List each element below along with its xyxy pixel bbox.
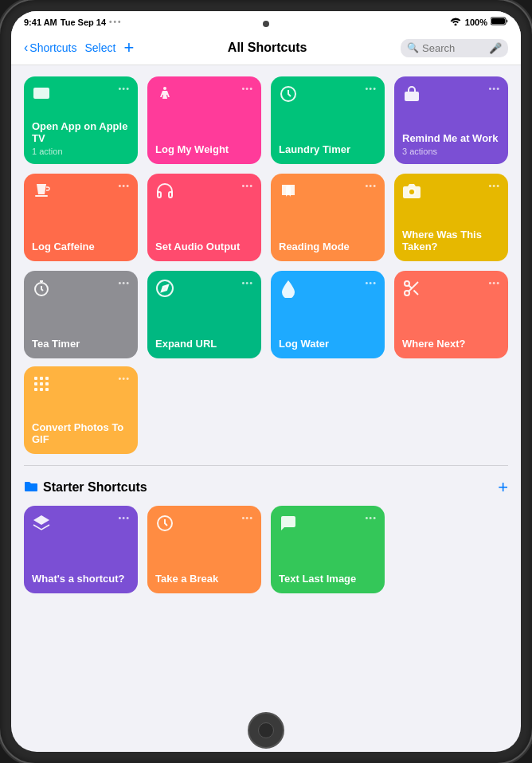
back-button[interactable]: ‹ Shortcuts: [24, 41, 76, 55]
mic-icon: 🎤: [489, 42, 502, 54]
card-title: Open App on Apple TV: [32, 120, 130, 145]
shortcut-card-where-was-this-taken[interactable]: Where Was This Taken?: [394, 174, 508, 261]
svg-line-14: [413, 290, 418, 295]
shortcut-card-take-a-break[interactable]: Take a Break: [147, 506, 261, 593]
svg-rect-6: [35, 195, 48, 197]
svg-rect-5: [405, 92, 419, 101]
shortcut-card-set-audio-output[interactable]: Set Audio Output: [147, 174, 261, 261]
svg-point-11: [405, 281, 409, 286]
tv-icon: [32, 84, 51, 108]
more-menu-icon[interactable]: [241, 514, 253, 522]
time: 9:41 AM: [24, 18, 57, 27]
svg-rect-17: [40, 377, 43, 380]
select-button[interactable]: Select: [84, 41, 115, 54]
shortcut-card-laundry-timer[interactable]: Laundry Timer: [271, 76, 385, 164]
home-button[interactable]: [248, 712, 284, 749]
nav-right: 🔍 🎤: [401, 39, 508, 57]
more-menu-icon[interactable]: [241, 84, 253, 93]
shortcut-card-log-caffeine[interactable]: Log Caffeine: [24, 174, 138, 261]
shortcut-card-whats-a-shortcut[interactable]: What's a shortcut?: [24, 506, 138, 593]
nav-bar: ‹ Shortcuts Select + All Shortcuts 🔍 🎤: [11, 31, 521, 65]
svg-marker-25: [33, 515, 49, 525]
shortcut-card-reading-mode[interactable]: Reading Mode: [271, 174, 385, 261]
svg-rect-23: [40, 388, 43, 391]
svg-rect-19: [34, 382, 37, 385]
more-menu-icon[interactable]: [118, 84, 130, 93]
more-menu-icon[interactable]: [118, 374, 130, 383]
more-menu-icon[interactable]: [365, 84, 377, 93]
nav-left: ‹ Shortcuts Select +: [24, 37, 134, 58]
page-title: All Shortcuts: [134, 41, 401, 55]
card-subtitle: 1 action: [32, 147, 130, 156]
card-title: Tea Timer: [32, 338, 130, 350]
figure-icon: [155, 84, 174, 108]
shortcut-card-open-app-apple-tv[interactable]: Open App on Apple TV 1 action: [24, 76, 138, 164]
screen: 9:41 AM Tue Sep 14 ••• 100% ‹ Shortcuts: [11, 11, 521, 752]
shortcut-card-remind-me-at-work[interactable]: Remind Me at Work 3 actions: [394, 76, 508, 164]
starter-section-header: Starter Shortcuts +: [24, 477, 508, 498]
card-title: Log Caffeine: [32, 241, 130, 253]
card-title: Convert Photos To GIF: [32, 421, 130, 446]
card-title: Where Was This Taken?: [402, 229, 500, 253]
card-title: Laundry Timer: [279, 143, 377, 156]
shortcut-card-where-next[interactable]: Where Next?: [394, 271, 508, 358]
more-menu-icon[interactable]: [118, 279, 130, 288]
add-button[interactable]: +: [123, 37, 134, 58]
shortcut-card-log-my-weight[interactable]: Log My Weight: [147, 76, 261, 164]
date: Tue Sep 14: [61, 18, 106, 27]
more-menu-icon[interactable]: [488, 182, 500, 190]
section-divider: [24, 465, 508, 466]
folder-icon: [24, 481, 38, 495]
more-menu-icon[interactable]: [488, 84, 500, 93]
layers-icon: [32, 514, 51, 538]
starter-add-button[interactable]: +: [498, 477, 508, 498]
svg-line-15: [409, 285, 412, 288]
timer-icon: [32, 279, 51, 303]
starter-title-label: Starter Shortcuts: [43, 480, 147, 495]
more-menu-icon[interactable]: [241, 279, 253, 288]
back-chevron-icon: ‹: [24, 41, 28, 55]
shortcut-card-convert-photos-gif[interactable]: Convert Photos To GIF: [24, 366, 138, 454]
starter-section-title: Starter Shortcuts: [24, 480, 147, 495]
svg-point-12: [405, 291, 409, 295]
scissors-icon: [402, 279, 421, 303]
card-title: Where Next?: [402, 338, 500, 350]
card-title: Reading Mode: [279, 241, 377, 253]
headphones-icon: [155, 182, 174, 205]
more-menu-icon[interactable]: [365, 514, 377, 522]
card-subtitle: 3 actions: [402, 147, 500, 156]
svg-rect-16: [34, 377, 37, 380]
svg-rect-22: [34, 388, 37, 391]
svg-marker-10: [162, 285, 168, 292]
book-icon: [279, 182, 298, 205]
svg-point-7: [409, 189, 415, 195]
shortcut-card-text-last-image[interactable]: Text Last Image: [271, 506, 385, 593]
back-label: Shortcuts: [29, 41, 76, 54]
svg-rect-20: [40, 382, 43, 385]
shortcut-card-log-water[interactable]: Log Water: [271, 271, 385, 358]
main-content: Open App on Apple TV 1 action Log My Wei…: [11, 65, 521, 752]
shortcut-card-expand-url[interactable]: Expand URL: [147, 271, 261, 358]
search-bar[interactable]: 🔍 🎤: [401, 39, 508, 57]
compass-icon: [155, 279, 174, 303]
card-title: Remind Me at Work: [402, 132, 500, 145]
more-menu-icon[interactable]: [118, 182, 130, 190]
shortcut-card-tea-timer[interactable]: Tea Timer: [24, 271, 138, 358]
more-menu-icon[interactable]: [241, 182, 253, 190]
more-menu-icon[interactable]: [488, 279, 500, 288]
more-menu-icon[interactable]: [118, 514, 130, 522]
status-right: 100%: [449, 16, 508, 28]
more-menu-icon[interactable]: [365, 279, 377, 288]
search-input[interactable]: [422, 42, 486, 54]
three-dots: •••: [109, 18, 123, 26]
card-title: Log My Weight: [155, 143, 253, 156]
starter-shortcuts-grid: What's a shortcut? Take a Break: [24, 506, 508, 593]
ipad-device: 9:41 AM Tue Sep 14 ••• 100% ‹ Shortcuts: [0, 0, 532, 763]
status-left: 9:41 AM Tue Sep 14 •••: [24, 18, 123, 27]
svg-rect-18: [45, 377, 49, 380]
card-title: What's a shortcut?: [32, 573, 130, 585]
svg-rect-1: [491, 18, 505, 24]
briefcase-icon: [402, 84, 421, 108]
card-title: Expand URL: [155, 338, 253, 350]
more-menu-icon[interactable]: [365, 182, 377, 190]
